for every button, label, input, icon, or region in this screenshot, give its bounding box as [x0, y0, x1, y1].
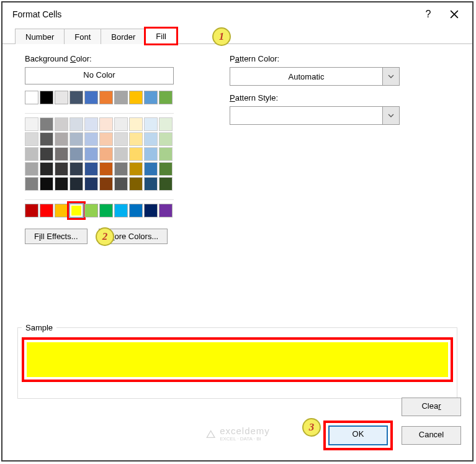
color-swatch[interactable]	[84, 132, 98, 146]
color-swatch[interactable]	[144, 177, 158, 191]
format-cells-dialog: Format Cells ? Number Font Border Fill 1…	[1, 1, 474, 462]
annotation-3: 3	[302, 418, 321, 437]
color-swatch[interactable]	[159, 132, 173, 146]
color-swatch[interactable]	[144, 204, 158, 217]
color-swatch[interactable]	[114, 117, 128, 131]
color-swatch[interactable]	[70, 132, 83, 146]
color-swatch[interactable]	[144, 162, 158, 176]
color-swatch[interactable]	[40, 204, 53, 217]
tab-fill[interactable]: Fill	[145, 28, 177, 44]
clear-button-wrap: Clear	[402, 398, 461, 416]
tab-border[interactable]: Border	[101, 29, 145, 44]
color-swatch[interactable]	[40, 117, 53, 131]
color-swatch[interactable]	[25, 162, 38, 176]
color-swatch[interactable]	[114, 177, 128, 191]
annotation-1: 1	[212, 27, 231, 46]
pattern-style-dropdown[interactable]	[230, 106, 400, 125]
color-swatch[interactable]	[129, 177, 143, 191]
chevron-down-icon	[382, 68, 399, 85]
tab-font[interactable]: Font	[64, 29, 101, 44]
color-swatch[interactable]	[40, 91, 53, 104]
color-swatch[interactable]	[159, 204, 173, 217]
color-swatch[interactable]	[70, 91, 83, 104]
color-swatch[interactable]	[129, 117, 143, 131]
color-swatch[interactable]	[55, 117, 68, 131]
color-swatch[interactable]	[55, 91, 68, 104]
color-swatch[interactable]	[55, 147, 68, 161]
color-swatch[interactable]	[144, 91, 158, 104]
color-swatch[interactable]	[55, 162, 68, 176]
color-swatch[interactable]	[159, 162, 173, 176]
color-swatch[interactable]	[99, 117, 113, 131]
color-swatch[interactable]	[99, 91, 113, 104]
ok-button[interactable]: OK	[328, 425, 388, 445]
chevron-down-icon	[382, 107, 399, 124]
pattern-style-label: Pattern Style:	[230, 93, 459, 102]
pattern-color-dropdown[interactable]: Automatic	[230, 67, 400, 86]
color-swatch[interactable]	[70, 204, 83, 217]
color-swatch[interactable]	[84, 91, 98, 104]
color-swatch[interactable]	[114, 91, 128, 104]
color-swatch[interactable]	[159, 147, 173, 161]
color-swatch[interactable]	[84, 204, 98, 217]
no-color-button[interactable]: No Color	[25, 67, 174, 84]
close-icon	[450, 10, 459, 19]
color-swatch[interactable]	[84, 162, 98, 176]
color-swatch[interactable]	[55, 132, 68, 146]
color-swatch[interactable]	[25, 132, 38, 146]
color-swatch[interactable]	[25, 204, 38, 217]
color-swatch[interactable]	[114, 204, 128, 217]
color-swatch[interactable]	[25, 177, 38, 191]
color-swatch[interactable]	[25, 117, 38, 131]
color-swatch[interactable]	[129, 91, 143, 104]
color-swatch[interactable]	[40, 132, 53, 146]
color-swatch[interactable]	[40, 162, 53, 176]
color-swatch[interactable]	[25, 91, 38, 104]
color-swatch[interactable]	[70, 117, 83, 131]
color-swatch[interactable]	[114, 162, 128, 176]
color-swatch[interactable]	[159, 117, 173, 131]
color-swatch[interactable]	[99, 177, 113, 191]
color-swatch[interactable]	[144, 147, 158, 161]
clear-button[interactable]: Clear	[402, 398, 461, 416]
cancel-button[interactable]: Cancel	[402, 426, 461, 445]
color-swatch[interactable]	[159, 177, 173, 191]
color-swatch[interactable]	[84, 177, 98, 191]
color-swatch[interactable]	[84, 117, 98, 131]
fill-effects-button[interactable]: Fill Effects...	[25, 229, 88, 244]
theme-color-row	[25, 91, 174, 104]
color-swatch[interactable]	[129, 204, 143, 217]
color-swatch[interactable]	[70, 162, 83, 176]
color-swatch[interactable]	[129, 162, 143, 176]
dialog-title: Format Cells	[12, 9, 415, 19]
theme-shades-grid	[25, 113, 174, 191]
color-swatch[interactable]	[144, 117, 158, 131]
color-swatch[interactable]	[114, 147, 128, 161]
color-swatch[interactable]	[99, 162, 113, 176]
color-swatch[interactable]	[144, 132, 158, 146]
color-swatch[interactable]	[25, 147, 38, 161]
color-swatch[interactable]	[129, 132, 143, 146]
titlebar: Format Cells ?	[2, 2, 472, 26]
color-swatch[interactable]	[55, 204, 68, 217]
color-swatch[interactable]	[99, 204, 113, 217]
color-swatch[interactable]	[99, 147, 113, 161]
sample-frame: Sample	[17, 323, 457, 399]
color-swatch[interactable]	[99, 132, 113, 146]
tab-strip: Number Font Border Fill	[2, 26, 472, 44]
color-swatch[interactable]	[114, 132, 128, 146]
color-swatch[interactable]	[40, 177, 53, 191]
color-swatch[interactable]	[40, 147, 53, 161]
help-button[interactable]: ?	[415, 4, 441, 24]
color-swatch[interactable]	[70, 177, 83, 191]
sample-highlight	[22, 337, 453, 382]
bg-color-label: Background Color:	[25, 54, 174, 63]
close-button[interactable]	[441, 4, 467, 24]
color-swatch[interactable]	[55, 177, 68, 191]
color-swatch[interactable]	[84, 147, 98, 161]
color-swatch[interactable]	[129, 147, 143, 161]
tab-number[interactable]: Number	[15, 29, 64, 44]
color-swatch[interactable]	[159, 91, 173, 104]
color-swatch[interactable]	[70, 147, 83, 161]
dialog-footer-buttons: OK Cancel	[323, 421, 461, 450]
